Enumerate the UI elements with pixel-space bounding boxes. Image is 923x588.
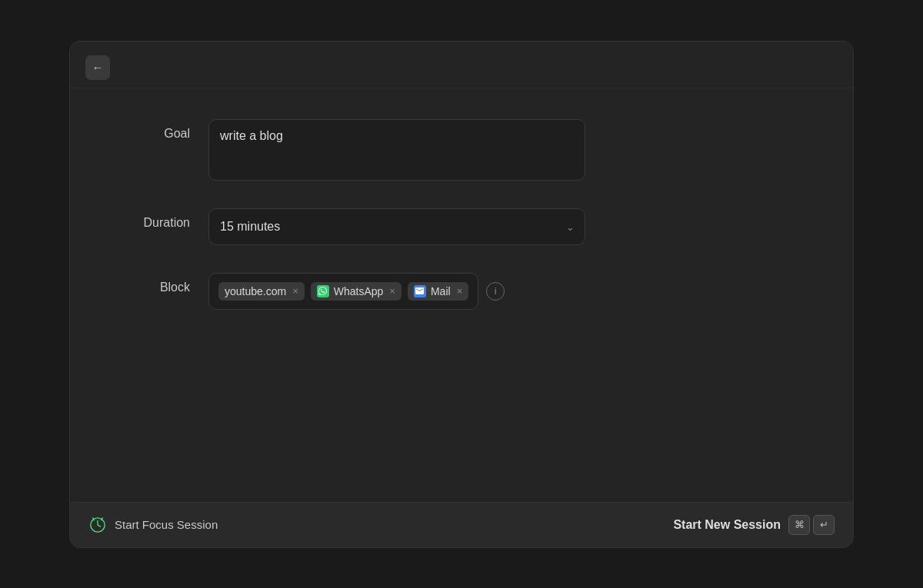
whatsapp-icon <box>317 285 329 297</box>
duration-select[interactable]: 5 minutes 10 minutes 15 minutes 30 minut… <box>208 208 585 245</box>
tag-youtube-label: youtube.com <box>225 285 286 297</box>
tag-mail-close[interactable]: × <box>457 286 463 296</box>
goal-row: Goal write a blog <box>116 119 807 181</box>
footer-left: Start Focus Session <box>88 516 218 534</box>
header-bar: ← <box>70 42 853 88</box>
tag-youtube-close[interactable]: × <box>292 286 298 296</box>
mail-icon <box>414 285 426 297</box>
enter-key: ↵ <box>813 515 835 535</box>
tag-youtube: youtube.com × <box>218 282 305 301</box>
block-input-row: youtube.com × WhatsApp × <box>208 273 505 310</box>
footer-right: Start New Session ⌘ ↵ <box>673 515 835 535</box>
tag-mail-label: Mail <box>431 285 451 297</box>
tag-whatsapp-label: WhatsApp <box>334 285 384 297</box>
start-new-session-label: Start New Session <box>673 518 781 532</box>
keyboard-hints: ⌘ ↵ <box>788 515 835 535</box>
goal-label: Goal <box>116 119 208 141</box>
content-area: Goal write a blog Duration 5 minutes 10 … <box>70 88 853 502</box>
block-label: Block <box>116 273 208 294</box>
main-window: ← Goal write a blog Duration 5 minutes 1… <box>69 41 854 548</box>
footer-bar: Start Focus Session Start New Session ⌘ … <box>70 502 853 547</box>
back-icon: ← <box>92 61 104 74</box>
start-focus-label: Start Focus Session <box>115 518 218 531</box>
tag-mail: Mail × <box>408 282 468 301</box>
back-button[interactable]: ← <box>85 55 110 80</box>
tag-whatsapp-close[interactable]: × <box>389 286 395 296</box>
cmd-key: ⌘ <box>788 515 810 535</box>
tag-whatsapp: WhatsApp × <box>311 282 402 301</box>
info-button[interactable]: i <box>486 282 505 301</box>
info-icon-label: i <box>495 285 497 297</box>
goal-input[interactable]: write a blog <box>208 119 585 181</box>
block-input-container[interactable]: youtube.com × WhatsApp × <box>208 273 478 310</box>
duration-select-wrapper: 5 minutes 10 minutes 15 minutes 30 minut… <box>208 208 585 245</box>
duration-row: Duration 5 minutes 10 minutes 15 minutes… <box>116 208 807 245</box>
focus-session-icon <box>88 516 107 534</box>
duration-label: Duration <box>116 208 208 230</box>
block-row: Block youtube.com × <box>116 273 807 310</box>
